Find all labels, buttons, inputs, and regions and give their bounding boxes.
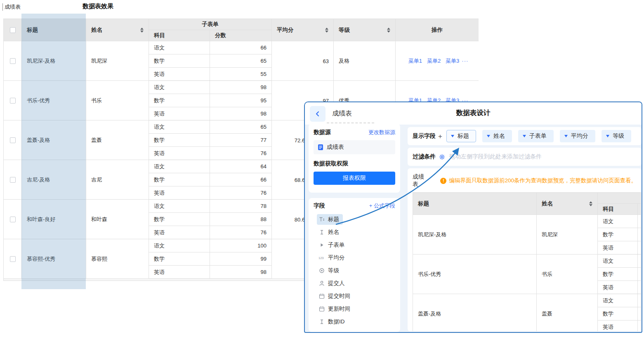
- sort-icon[interactable]: [325, 28, 328, 33]
- sort-icon[interactable]: [589, 201, 592, 206]
- field-item-label: 子表单: [328, 241, 345, 249]
- row-name-cell: 慕容熙: [86, 239, 149, 279]
- row-checkbox-cell: [4, 160, 22, 200]
- field-item-2[interactable]: 姓名: [314, 226, 395, 238]
- column-header-average: 平均分: [272, 19, 334, 41]
- calendar-icon: [318, 306, 325, 312]
- subject-cell: 语文: [149, 120, 210, 134]
- score-cell: 98: [210, 266, 272, 279]
- action-link[interactable]: 菜单3: [446, 58, 459, 64]
- preview-score-cell-clipped: [638, 294, 641, 307]
- subject-cell: 数学: [149, 54, 210, 68]
- score-cell: 100: [210, 239, 272, 252]
- field-item-label: 平均分: [328, 254, 345, 262]
- display-field-chip[interactable]: 平均分: [560, 130, 595, 142]
- row-checkbox[interactable]: [10, 137, 16, 143]
- preview-subject-cell: 英语: [598, 321, 638, 332]
- sort-asc-arrow: [325, 28, 328, 30]
- row-checkbox-cell: [4, 81, 22, 120]
- text-icon: [318, 229, 325, 235]
- row-checkbox[interactable]: [10, 98, 16, 104]
- row-title-cell: 盖聂-及格: [22, 120, 86, 160]
- table-designer-panel: 成绩表 数据表设计 数据源 更改数据源 成绩表 数据获取权限 报表权限 字段 +…: [304, 101, 642, 333]
- row-checkbox[interactable]: [10, 256, 16, 262]
- preview-title-cell: 凯尼深-及格: [413, 215, 537, 255]
- subject-cell: 英语: [149, 107, 210, 120]
- preview-name-cell: 凯尼深: [537, 215, 598, 255]
- sort-icon[interactable]: [387, 28, 390, 33]
- fields-label: 字段: [314, 202, 325, 210]
- option-icon: [318, 267, 325, 273]
- field-item-6[interactable]: 提交人: [314, 277, 395, 290]
- chevron-down-icon: [606, 135, 609, 137]
- preview-notice: ! 编辑界面只取数据源前200条作为查询数据预览，完整数据请访问页面查看。: [440, 177, 637, 184]
- preview-score-cell-clipped: [638, 307, 641, 321]
- report-permission-button[interactable]: 报表权限: [314, 172, 395, 185]
- row-checkbox[interactable]: [10, 177, 16, 183]
- action-link[interactable]: 菜单2: [427, 58, 441, 64]
- change-datasource-link[interactable]: 更改数据源: [368, 129, 395, 136]
- score-cell: 66: [210, 173, 272, 186]
- score-cell: 65: [210, 54, 272, 68]
- column-header-grade: 等级: [334, 19, 396, 41]
- field-item-label: 姓名: [328, 229, 339, 236]
- display-field-chip[interactable]: 子表单: [518, 130, 554, 142]
- chevron-down-icon: [523, 135, 526, 137]
- field-item-3[interactable]: 子表单: [314, 238, 395, 251]
- preview-name-label: 姓名: [542, 200, 553, 207]
- filter-card: 过滤条件 拖动左侧字段到此处来添加过滤条件: [408, 148, 642, 166]
- preview-row: 凯尼深-及格凯尼深语文: [413, 215, 641, 228]
- column-header-grade-label: 等级: [339, 26, 350, 34]
- filter-label: 过滤条件: [413, 153, 436, 160]
- preview-source-label: 成绩表: [413, 173, 429, 188]
- preview-score-cell-clipped: [638, 281, 641, 294]
- more-actions-icon[interactable]: ···: [462, 58, 468, 64]
- field-item-5[interactable]: 等级: [314, 264, 395, 277]
- row-checkbox[interactable]: [10, 217, 16, 222]
- preview-score-cell-clipped: [638, 321, 641, 332]
- column-header-name: 姓名: [86, 19, 149, 41]
- row-name-cell: 吉尼: [86, 160, 149, 200]
- preview-subject-cell: 数学: [598, 228, 638, 241]
- chip-label: 姓名: [493, 132, 505, 140]
- preview-subject-cell: 语文: [598, 294, 638, 307]
- preview-subform-group-header: [598, 193, 641, 204]
- field-item-7[interactable]: 提交时间: [314, 290, 395, 302]
- field-item-1[interactable]: 标题: [314, 213, 395, 226]
- sort-icon[interactable]: [140, 28, 144, 33]
- display-field-chip[interactable]: 姓名: [482, 130, 512, 142]
- column-header-title: 标题: [22, 19, 86, 41]
- designer-title: 数据表设计: [305, 108, 642, 118]
- datasource-item[interactable]: 成绩表: [314, 140, 395, 154]
- row-title-cell: 书乐-优秀: [22, 81, 86, 120]
- title-icon: [318, 216, 325, 222]
- field-item-4[interactable]: 123平均分: [314, 251, 395, 264]
- gear-icon[interactable]: [439, 154, 445, 160]
- row-checkbox-cell: [4, 41, 22, 81]
- preview-subject-cell: 语文: [598, 255, 638, 268]
- chevron-down-icon: [487, 135, 490, 137]
- score-cell: 78: [210, 200, 272, 213]
- preview-column-name: 姓名: [537, 193, 598, 215]
- add-display-field-button[interactable]: +: [438, 133, 442, 140]
- display-fields-card: 显示字段 + 标题姓名子表单平均分等级: [408, 127, 642, 145]
- table-row: 凯尼深-及格凯尼深语文6663及格菜单1菜单2菜单3···: [4, 41, 479, 54]
- breadcrumb: 成绩表: [2, 3, 21, 11]
- preview-table: 标题姓名科目凯尼深-及格凯尼深语文数学英语书乐-优秀书乐语文数学英语盖聂-及格盖…: [413, 192, 642, 331]
- preview-score-cell-clipped: [638, 241, 641, 255]
- field-item-8[interactable]: 更新时间: [314, 302, 395, 315]
- designer-header: 成绩表 数据表设计: [305, 102, 642, 125]
- row-checkbox[interactable]: [10, 58, 16, 64]
- subject-cell: 英语: [149, 266, 210, 279]
- display-field-chip[interactable]: 标题: [446, 130, 476, 142]
- field-item-9[interactable]: 数据ID: [314, 315, 395, 328]
- column-header-name-label: 姓名: [91, 26, 102, 34]
- select-all-checkbox[interactable]: [10, 27, 16, 33]
- display-field-chip[interactable]: 等级: [602, 130, 631, 142]
- preview-data-table: 标题姓名科目凯尼深-及格凯尼深语文数学英语书乐-优秀书乐语文数学英语盖聂-及格盖…: [413, 192, 641, 331]
- row-name-cell: 凯尼深: [86, 41, 149, 81]
- score-cell: 88: [210, 213, 272, 226]
- action-link[interactable]: 菜单1: [408, 58, 422, 64]
- subject-cell: 数学: [149, 134, 210, 147]
- add-formula-field-link[interactable]: + 公式字段: [369, 202, 395, 210]
